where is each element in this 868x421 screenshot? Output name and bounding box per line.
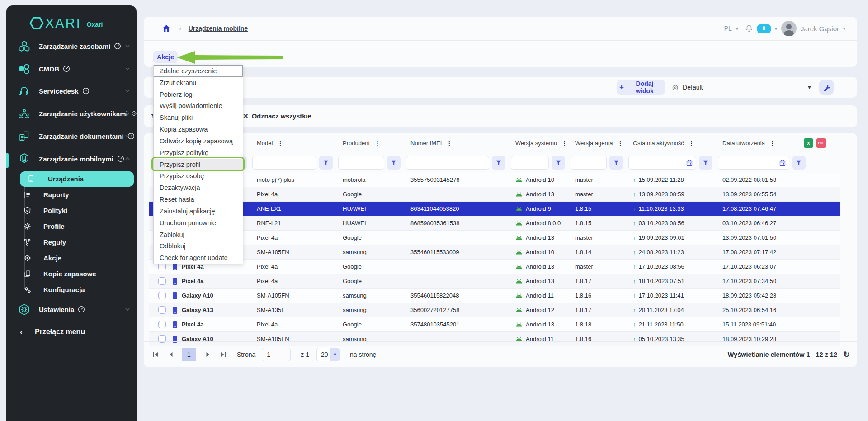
avatar[interactable] [781, 21, 797, 36]
calendar-icon[interactable] [779, 160, 786, 166]
view-select[interactable]: ◎ Default ▼ [669, 80, 816, 95]
filter-input[interactable] [511, 157, 548, 169]
sidebar-item-zasoby[interactable]: Zarządzanie zasobami [6, 37, 137, 55]
bell-icon[interactable] [745, 24, 753, 33]
table-row[interactable]: ✓Galaxy A10SM-A105FNsamsung3554601158220… [149, 289, 840, 303]
table-row[interactable]: ✓SM-A105FNsamsung355460115533009Android … [149, 245, 840, 260]
sidebar-item-dokumenty[interactable]: Zarządzanie dokumentami [6, 127, 137, 145]
filter-input[interactable] [571, 157, 606, 169]
row-checkbox[interactable]: ✓ [158, 321, 166, 328]
row-checkbox[interactable]: ✓ [158, 306, 166, 314]
sidebar-item-urzadzenia[interactable]: Urządzenia [6, 171, 137, 187]
action-menu-item[interactable]: Pobierz logi [154, 89, 243, 100]
column-menu-icon[interactable]: ⋮ [618, 140, 623, 147]
table-row[interactable]: ✓Pixel 4aPixel 4aGoogle357480103545201An… [149, 317, 840, 332]
sidebar-item-akcje[interactable]: Akcje [6, 250, 137, 266]
column-menu-icon[interactable]: ⋮ [769, 140, 775, 147]
refresh-icon[interactable]: ↻ [843, 350, 850, 360]
table-row[interactable]: ✓ANE-LX1HUAWEI863411044053820Android 91.… [149, 202, 840, 216]
action-menu-item[interactable]: Przypisz profil [154, 159, 243, 170]
action-menu-item[interactable]: Zdalne czyszczenie [154, 65, 243, 77]
filter-input[interactable] [629, 157, 686, 169]
export-pdf-icon[interactable]: PDF [816, 138, 826, 148]
page-input[interactable] [262, 348, 291, 361]
filter-button[interactable] [319, 156, 333, 170]
column-header[interactable]: Model⋮ [251, 140, 337, 147]
action-menu-item[interactable]: Kopia zapasowa [154, 123, 243, 135]
column-menu-icon[interactable]: ⋮ [446, 140, 452, 147]
sidebar-item-kopie[interactable]: Kopie zapasowe [6, 266, 137, 282]
sidebar-item-polityki[interactable]: Polityki [6, 203, 137, 218]
sidebar-item-konfiguracja[interactable]: Konfiguracja [6, 282, 137, 298]
add-view-button[interactable]: + Dodaj widok [617, 80, 665, 95]
sidebar-item-reguly[interactable]: Reguły [6, 234, 137, 250]
column-menu-icon[interactable]: ⋮ [561, 140, 567, 147]
deselect-all-button[interactable]: Odznacz wszystkie [252, 105, 311, 127]
table-row[interactable]: ✓Pixel 4aPixel 4aGoogleAndroid 13master↑… [149, 260, 840, 274]
filter-input[interactable] [406, 157, 489, 169]
table-row[interactable]: ✓Galaxy A13SM-A135Fsamsung35600272012775… [149, 303, 840, 317]
sidebar-item-profile[interactable]: Profile [6, 218, 137, 234]
filter-button[interactable] [609, 156, 623, 170]
action-menu-item[interactable]: Zainstaluj aplikację [154, 205, 243, 217]
action-menu-item[interactable]: Wyślij powiadomienie [154, 100, 243, 112]
column-header[interactable]: Wersja agenta⋮ [570, 140, 627, 147]
table-row[interactable]: ✓Pixel 4aPixel 4aGoogleAndroid 131.8.17↑… [149, 274, 840, 289]
export-excel-icon[interactable]: X [804, 138, 813, 148]
filter-button[interactable] [387, 156, 401, 170]
breadcrumb-page-link[interactable]: Urządzenia mobilne [189, 25, 248, 32]
table-row[interactable]: ✓moto g(7) plusmotorola355575093145276An… [149, 173, 840, 187]
table-row[interactable]: ✓Pixel 4aGoogleAndroid 13master↑19.09.20… [149, 231, 840, 245]
filter-button[interactable] [552, 156, 565, 170]
user-name[interactable]: Jarek Gąsior [801, 25, 839, 33]
action-menu-item[interactable]: Check for agent update [154, 252, 243, 264]
actions-button[interactable]: Akcje [153, 51, 178, 63]
column-header[interactable]: Data utworzenia⋮ [717, 140, 810, 147]
action-menu-item[interactable]: Przypisz politykę [154, 147, 243, 159]
first-page-icon[interactable] [152, 351, 159, 358]
table-row[interactable]: ✓RNE-L21HUAWEI868598035361538Android 8.0… [149, 216, 840, 231]
sidebar-item-servicedesk[interactable]: Servicedesk [6, 82, 137, 100]
filter-button[interactable] [792, 156, 806, 170]
action-menu-item[interactable]: Skanuj pliki [154, 112, 243, 123]
action-menu-item[interactable]: Odblokuj [154, 240, 243, 252]
action-menu-item[interactable]: Zrzut ekranu [154, 77, 243, 89]
action-menu-item[interactable]: Uruchom ponownie [154, 217, 243, 229]
column-header[interactable]: Numer IMEI⋮ [405, 140, 510, 147]
filter-input[interactable] [339, 157, 384, 169]
column-menu-icon[interactable]: ⋮ [277, 140, 283, 147]
column-header[interactable]: Produdent⋮ [337, 140, 405, 147]
row-checkbox[interactable]: ✓ [158, 277, 166, 285]
previous-page-icon[interactable] [167, 351, 175, 358]
view-settings-button[interactable] [819, 80, 834, 95]
column-header[interactable]: Ostatnia aktywność⋮ [627, 140, 717, 147]
sidebar-item-cmdb[interactable]: CMDB [6, 60, 137, 78]
language-selector[interactable]: PL [724, 25, 732, 32]
per-page-select[interactable]: 20 ▼ [316, 348, 340, 361]
sidebar-item-mobilne[interactable]: Zarządzanie mobilnymi [6, 150, 137, 168]
action-menu-item[interactable]: Zablokuj [154, 229, 243, 241]
sidebar-item-uzytkownicy[interactable]: Zarządzanie użytkownikami [6, 104, 137, 123]
calendar-icon[interactable] [686, 160, 693, 166]
column-header[interactable]: Wersja systemu⋮ [510, 140, 570, 147]
action-menu-item[interactable]: Przypisz osobę [154, 170, 243, 182]
action-menu-item[interactable]: Reset hasła [154, 194, 243, 205]
column-menu-icon[interactable]: ⋮ [689, 140, 694, 147]
home-icon[interactable] [162, 24, 171, 33]
sidebar-item-raporty[interactable]: Raporty [6, 187, 137, 203]
filter-button[interactable] [699, 156, 712, 170]
action-menu-item[interactable]: Dezaktywacja [154, 182, 243, 194]
filter-input[interactable] [718, 157, 779, 169]
filter-input[interactable] [253, 157, 316, 169]
last-page-icon[interactable] [220, 351, 227, 358]
filter-button[interactable] [492, 156, 505, 170]
current-page-button[interactable]: 1 [182, 348, 196, 361]
row-checkbox[interactable]: ✓ [158, 292, 166, 299]
collapse-menu-button[interactable]: ‹ Przełącz menu [6, 323, 137, 341]
column-menu-icon[interactable]: ⋮ [374, 140, 380, 147]
next-page-icon[interactable] [204, 351, 212, 358]
table-row[interactable]: ✓Pixel 4aGoogleAndroid 13master↑13.09.20… [149, 187, 840, 202]
sidebar-item-ustawienia[interactable]: Ustawienia [6, 300, 137, 318]
action-menu-item[interactable]: Odtwórz kopię zapasową [154, 135, 243, 147]
deselect-x-icon[interactable]: ✕ [243, 105, 249, 127]
